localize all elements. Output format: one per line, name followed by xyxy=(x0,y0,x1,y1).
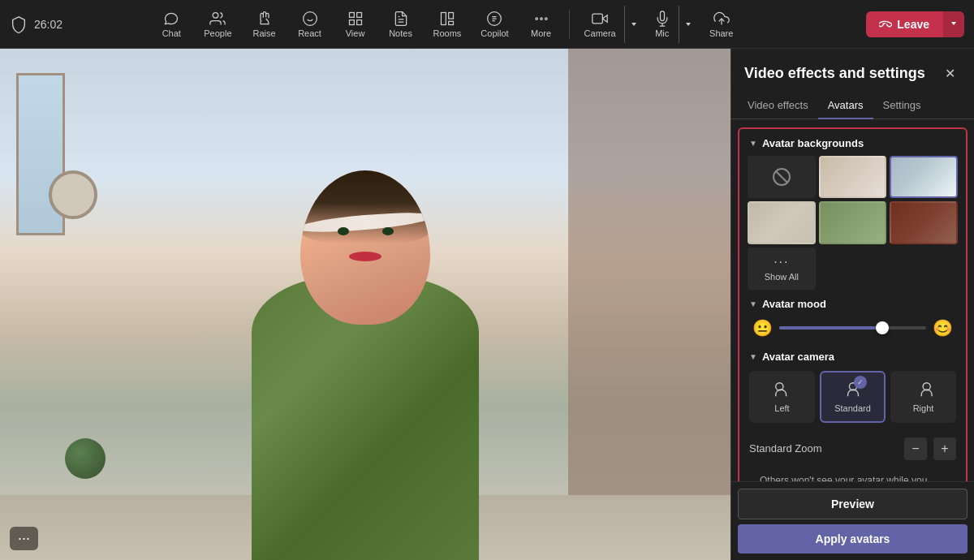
show-all-label: Show All xyxy=(765,272,799,282)
mic-button[interactable]: Mic xyxy=(646,6,679,43)
svg-point-13 xyxy=(545,17,547,19)
backgrounds-chevron-icon: ▼ xyxy=(749,139,757,148)
scene-ball xyxy=(65,438,106,479)
leave-label: Leave xyxy=(897,18,929,31)
tab-settings[interactable]: Settings xyxy=(873,93,931,119)
camera-section: ▼ Avatar camera Left xyxy=(739,344,966,429)
video-more-button[interactable]: ··· xyxy=(10,527,38,550)
camera-standard-label: Standard xyxy=(834,403,871,413)
rooms-label: Rooms xyxy=(433,28,462,38)
bg-room-3[interactable] xyxy=(748,201,816,243)
svg-point-0 xyxy=(213,12,219,18)
preview-button[interactable]: Preview xyxy=(738,489,968,519)
camera-standard-option[interactable]: ✓ Standard xyxy=(820,371,886,423)
topbar: 26:02 Chat People Raise xyxy=(0,0,974,49)
chat-label: Chat xyxy=(162,28,181,38)
nav-view[interactable]: View xyxy=(334,6,377,43)
mood-title: Avatar mood xyxy=(762,298,826,310)
react-label: React xyxy=(298,28,321,38)
shield-icon xyxy=(10,15,28,33)
nav-raise[interactable]: Raise xyxy=(244,6,286,43)
apply-avatars-button[interactable]: Apply avatars xyxy=(738,524,968,554)
svg-rect-3 xyxy=(356,12,361,17)
camera-section-chevron-icon: ▼ xyxy=(749,352,757,361)
leave-button-group: Leave xyxy=(866,11,964,37)
zoom-row: Standard Zoom − + xyxy=(739,429,966,468)
nav-separator xyxy=(569,10,570,39)
camera-group: Camera xyxy=(576,6,643,43)
panel-bottom: Preview Apply avatars xyxy=(731,481,974,560)
avatar-body xyxy=(235,138,495,560)
panel-header: Video effects and settings ✕ xyxy=(731,49,974,84)
mood-section: ▼ Avatar mood 😐 😊 xyxy=(739,290,966,344)
bg-room-5[interactable] xyxy=(890,201,958,243)
avatar-lips xyxy=(349,252,381,261)
zoom-label: Standard Zoom xyxy=(749,442,822,454)
camera-left-label: Left xyxy=(774,403,789,413)
close-panel-button[interactable]: ✕ xyxy=(938,62,961,84)
camera-section-title: Avatar camera xyxy=(762,351,834,363)
bg-show-all[interactable]: ··· Show All xyxy=(748,248,816,290)
backgrounds-grid: ··· Show All xyxy=(739,156,966,290)
camera-standard-inner: ✓ xyxy=(844,381,862,400)
copilot-label: Copilot xyxy=(481,28,508,38)
leave-chevron-button[interactable] xyxy=(942,11,964,37)
camera-left-option[interactable]: Left xyxy=(749,371,815,423)
mic-icon xyxy=(654,11,670,27)
mood-header[interactable]: ▼ Avatar mood xyxy=(749,298,956,310)
tab-video-effects[interactable]: Video effects xyxy=(738,93,818,119)
svg-rect-8 xyxy=(441,12,446,24)
svg-line-17 xyxy=(776,171,787,183)
nav-people[interactable]: People xyxy=(196,6,239,43)
timer: 26:02 xyxy=(34,18,62,31)
nav-more[interactable]: More xyxy=(520,6,562,43)
mic-label: Mic xyxy=(655,28,669,38)
nav-copilot[interactable]: Copilot xyxy=(472,6,516,43)
notes-icon xyxy=(393,11,409,27)
info-text: Others won't see your avatar while you p… xyxy=(760,475,956,481)
nav-share[interactable]: Share xyxy=(700,6,743,43)
nav-chat[interactable]: Chat xyxy=(150,6,192,43)
scene-mirror xyxy=(49,170,97,219)
camera-right-label: Right xyxy=(913,403,934,413)
zoom-decrease-button[interactable]: − xyxy=(904,437,927,460)
panel-tabs: Video effects Avatars Settings xyxy=(731,93,974,119)
camera-section-header[interactable]: ▼ Avatar camera xyxy=(749,351,956,363)
bg-none[interactable] xyxy=(748,156,816,198)
tab-avatars[interactable]: Avatars xyxy=(818,93,873,119)
camera-arrow[interactable] xyxy=(625,6,643,43)
avatar-backgrounds-header[interactable]: ▼ Avatar backgrounds xyxy=(739,129,966,156)
nav-react[interactable]: React xyxy=(289,6,331,43)
mood-chevron-icon: ▼ xyxy=(749,299,757,308)
leave-chevron-icon xyxy=(950,19,958,28)
camera-chevron-icon xyxy=(630,20,638,28)
bg-room-4[interactable] xyxy=(819,201,887,243)
camera-options: Left ✓ Standard xyxy=(749,371,956,423)
leave-button[interactable]: Leave xyxy=(866,11,942,37)
mic-arrow[interactable] xyxy=(679,6,697,43)
mood-slider-thumb xyxy=(876,321,889,334)
bg-room-1[interactable] xyxy=(819,156,887,198)
topbar-center: Chat People Raise React xyxy=(91,6,802,43)
camera-button[interactable]: Camera xyxy=(576,6,625,43)
nav-notes[interactable]: Notes xyxy=(380,6,422,43)
backgrounds-title: Avatar backgrounds xyxy=(762,137,864,149)
panel-title: Video effects and settings xyxy=(744,65,925,82)
main-area: ··· Video effects and settings ✕ Video e… xyxy=(0,49,974,560)
bg-room-2[interactable] xyxy=(890,156,958,198)
react-icon xyxy=(302,11,318,27)
svg-point-1 xyxy=(303,11,317,25)
mic-chevron-icon xyxy=(684,20,692,28)
video-area: ··· xyxy=(0,49,730,560)
nav-rooms[interactable]: Rooms xyxy=(425,6,470,43)
mic-group: Mic xyxy=(646,6,697,43)
avatar-face xyxy=(300,227,430,308)
copilot-icon xyxy=(486,11,502,27)
chat-icon xyxy=(163,11,179,27)
mood-slider[interactable] xyxy=(779,326,926,330)
standard-check-icon: ✓ xyxy=(854,376,867,389)
camera-right-option[interactable]: Right xyxy=(890,371,956,423)
more-label: More xyxy=(531,28,551,38)
svg-point-12 xyxy=(540,17,542,19)
zoom-increase-button[interactable]: + xyxy=(933,437,956,460)
